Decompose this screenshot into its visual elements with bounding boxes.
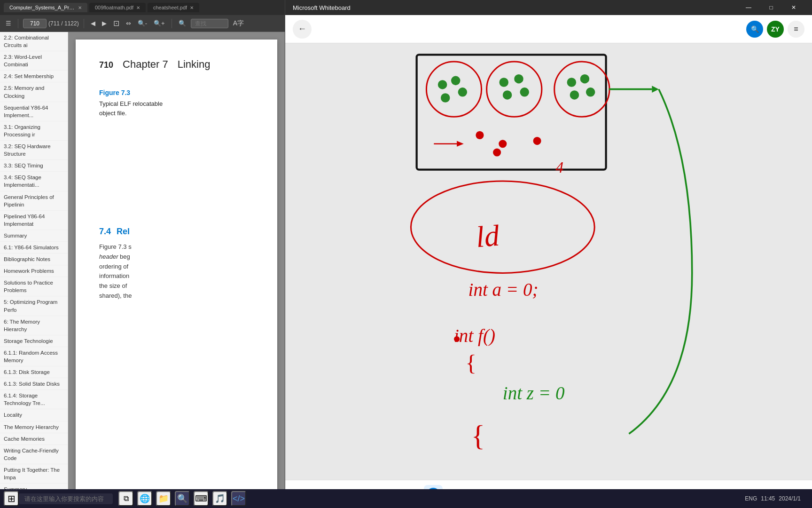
figure-label: Figure 7.3 xyxy=(99,89,254,96)
toc-item-27[interactable]: Putting It Together: The Impa xyxy=(0,464,68,484)
toc-item-10[interactable]: Pipelined Y86-64 Implementat xyxy=(0,211,68,230)
toc-item-14[interactable]: Homework Problems xyxy=(0,265,68,277)
pdf-tab-3[interactable]: cheatsheet.pdf ✕ xyxy=(148,3,199,12)
toc-item-24[interactable]: The Memory Hierarchy xyxy=(0,421,68,433)
start-btn[interactable]: ⊞ xyxy=(4,491,19,506)
toc-item-26[interactable]: Writing Cache-Friendly Code xyxy=(0,445,68,464)
edge-btn[interactable]: 🌐 xyxy=(137,491,152,506)
pdf-tab-3-close[interactable]: ✕ xyxy=(190,5,194,10)
toolbar-separator-2 xyxy=(84,19,84,28)
toc-item-15[interactable]: Solutions to Practice Problems xyxy=(0,277,68,296)
media-btn[interactable]: 🎵 xyxy=(212,491,227,506)
toc-item-16[interactable]: 5: Optimizing Program Perfo xyxy=(0,296,68,316)
toc-item-8[interactable]: 3.4: SEQ Stage Implementati... xyxy=(0,172,68,191)
chapter-title: Linking xyxy=(178,58,211,71)
svg-point-18 xyxy=(476,131,484,139)
pdf-content-area: 2.2: Combinational Circuits ai 2.3: Word… xyxy=(0,32,285,508)
wb-header-right: 🔍 ZY ≡ xyxy=(746,21,804,38)
toc-item-2[interactable]: 2.4: Set Membership xyxy=(0,71,68,82)
taskbar: ⊞ ⧉ 🌐 📁 🔍 ⌨ 🎵 </> ENG 11:45 2024/1/1 xyxy=(0,489,812,508)
toc-item-21[interactable]: 6.1.3: Solid State Disks xyxy=(0,378,68,390)
toc-item-19[interactable]: 6.1.1: Random Access Memory xyxy=(0,347,68,366)
wb-menu-btn[interactable]: ≡ xyxy=(788,21,804,38)
wb-maximize-btn[interactable]: □ xyxy=(760,0,782,15)
toc-item-22[interactable]: 6.1.4: Storage Technology Tre... xyxy=(0,390,68,409)
taskbar-date: 2024/1/1 xyxy=(779,495,801,502)
search-input[interactable] xyxy=(191,19,228,28)
toc-item-18[interactable]: Storage Technologie xyxy=(0,335,68,347)
toc-item-6[interactable]: 3.2: SEQ Hardware Structure xyxy=(0,141,68,160)
prev-page-btn[interactable]: ◀ xyxy=(89,19,97,28)
toc-item-3[interactable]: 2.5: Memory and Clocking xyxy=(0,82,68,102)
svg-point-8 xyxy=(514,74,523,84)
figure-section: Figure 7.3 Typical ELF relocatableobject… xyxy=(99,89,254,118)
section-header: 7.4 Rel xyxy=(99,212,254,242)
pdf-tab-1[interactable]: Computer_Systems_A_Programmers_Perspec..… xyxy=(4,3,87,12)
body-text-italic: header xyxy=(99,253,118,260)
main-area: Computer_Systems_A_Programmers_Perspec..… xyxy=(0,0,812,508)
pdf-viewer: Computer_Systems_A_Programmers_Perspec..… xyxy=(0,0,285,508)
svg-marker-17 xyxy=(652,86,659,93)
zoom-out-btn[interactable]: 🔍- xyxy=(136,19,149,28)
wb-close-btn[interactable]: ✕ xyxy=(783,0,804,15)
svg-point-6 xyxy=(487,62,542,117)
task-view-btn[interactable]: ⧉ xyxy=(118,491,133,506)
toc-item-13[interactable]: Bibliographic Notes xyxy=(0,254,68,265)
toc-item-23[interactable]: Locality xyxy=(0,409,68,421)
toc-item-1[interactable]: 2.3: Word-Level Combinati xyxy=(0,51,68,71)
wb-minimize-btn[interactable]: — xyxy=(738,0,759,15)
toc-item-5[interactable]: 3.1: Organizing Processing ir xyxy=(0,121,68,141)
wb-back-btn[interactable]: ← xyxy=(293,20,312,39)
search-taskbar-btn[interactable]: 🔍 xyxy=(175,491,190,506)
svg-point-1 xyxy=(426,62,481,117)
toc-item-11[interactable]: Summary xyxy=(0,230,68,242)
zoom-in-btn[interactable]: 🔍+ xyxy=(152,19,167,28)
page-header: 710 Chapter 7 Linking xyxy=(99,58,254,74)
toc-item-17[interactable]: 6: The Memory Hierarchy xyxy=(0,316,68,335)
zoom-fit-btn[interactable]: ⊡ xyxy=(111,18,121,29)
next-page-btn[interactable]: ▶ xyxy=(100,19,109,28)
pdf-tab-1-close[interactable]: ✕ xyxy=(78,5,82,10)
figure-desc: Typical ELF relocatableobject file. xyxy=(99,99,254,118)
toc-item-25[interactable]: Cache Memories xyxy=(0,433,68,445)
svg-point-9 xyxy=(520,87,529,97)
taskbar-search[interactable] xyxy=(19,493,113,504)
text-btn[interactable]: A字 xyxy=(231,18,246,29)
svg-point-12 xyxy=(567,78,577,87)
svg-point-15 xyxy=(570,90,579,100)
pdf-page-inner: 710 Chapter 7 Linking Figure 7.3 Typical… xyxy=(76,40,277,500)
toc-item-12[interactable]: 6.1: Y86-64 Simulators xyxy=(0,242,68,254)
page-number-input[interactable] xyxy=(23,19,47,28)
wb-canvas[interactable]: 4 ld int a = 0; int f() { int z = 0 { xyxy=(285,43,812,480)
pdf-tab-2-close[interactable]: ✕ xyxy=(136,5,140,10)
svg-rect-0 xyxy=(417,55,606,169)
toc-item-9[interactable]: General Principles of Pipelinin xyxy=(0,191,68,211)
keyboard-btn[interactable]: ⌨ xyxy=(194,491,209,506)
pdf-toc[interactable]: 2.2: Combinational Circuits ai 2.3: Word… xyxy=(0,32,68,508)
explorer-btn[interactable]: 📁 xyxy=(156,491,171,506)
sidebar-toggle-btn[interactable]: ☰ xyxy=(4,19,13,28)
code-btn[interactable]: </> xyxy=(231,491,246,506)
zoom-width-btn[interactable]: ⇔ xyxy=(124,19,133,28)
svg-point-2 xyxy=(438,80,447,89)
search-btn[interactable]: 🔍 xyxy=(177,19,188,28)
page-info: (711 / 1122) xyxy=(23,19,79,28)
toc-item-7[interactable]: 3.3: SEQ Timing xyxy=(0,160,68,172)
toc-item-20[interactable]: 6.1.3: Disk Storage xyxy=(0,366,68,378)
wb-header: ← 🔍 ZY ≡ xyxy=(285,15,812,43)
pdf-tab-2[interactable]: 009floatmath.pdf ✕ xyxy=(89,3,146,12)
body-text-1: Figure 7.3 s header beg ordering of info… xyxy=(99,242,254,301)
pdf-toolbar: ☰ (711 / 1122) ◀ ▶ ⊡ ⇔ 🔍- 🔍+ 🔍 A字 xyxy=(0,15,285,32)
wb-title: Microsoft Whiteboard xyxy=(293,4,351,11)
svg-text:4: 4 xyxy=(555,159,563,176)
wb-avatar-search[interactable]: 🔍 xyxy=(746,21,763,38)
svg-point-10 xyxy=(503,90,512,100)
toc-item-0[interactable]: 2.2: Combinational Circuits ai xyxy=(0,32,68,51)
section-area: 7.4 Rel Figure 7.3 s header beg ordering… xyxy=(99,212,254,301)
svg-point-4 xyxy=(458,87,468,97)
wb-avatar-user[interactable]: ZY xyxy=(767,21,784,38)
pdf-page[interactable]: 710 Chapter 7 Linking Figure 7.3 Typical… xyxy=(68,32,285,508)
toc-item-4[interactable]: Sequential Y86-64 Implement... xyxy=(0,102,68,121)
pdf-tab-2-label: 009floatmath.pdf xyxy=(95,5,133,10)
body-text-6: shared), the xyxy=(99,292,132,299)
